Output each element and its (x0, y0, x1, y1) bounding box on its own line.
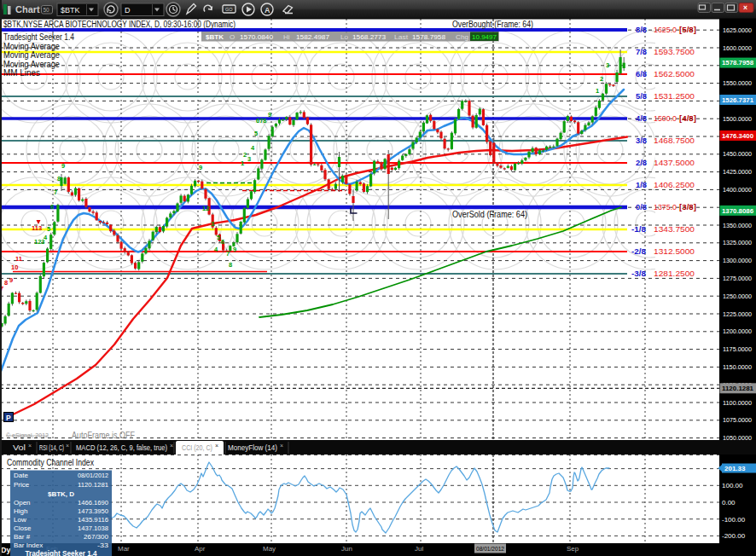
svg-text:08/01/2012: 08/01/2012 (78, 472, 108, 479)
svg-text:5: 5 (217, 234, 220, 241)
svg-text:12: 12 (202, 205, 209, 212)
svg-text:Low: Low (14, 516, 26, 524)
svg-text:1050.0000: 1050.0000 (723, 434, 752, 442)
svg-text:1100.0000: 1100.0000 (723, 399, 752, 407)
svg-text:0/8: 0/8 (636, 202, 647, 211)
svg-text:×: × (280, 443, 283, 449)
svg-text:Moving Average: Moving Average (3, 42, 60, 51)
svg-text:1312.5000: 1312.5000 (654, 246, 695, 256)
svg-text:7: 7 (226, 250, 230, 258)
svg-text:1450.0000: 1450.0000 (723, 150, 752, 158)
svg-text:1281.2500: 1281.2500 (654, 269, 695, 278)
svg-text:Tradesight Seeker 1.4: Tradesight Seeker 1.4 (3, 32, 74, 42)
svg-text:-2/8: -2/8 (631, 246, 646, 256)
svg-text:1075.0000: 1075.0000 (723, 416, 752, 424)
svg-text:10: 10 (11, 264, 18, 271)
svg-text:1370.8086: 1370.8086 (722, 207, 753, 215)
svg-text:1343.7500: 1343.7500 (654, 224, 695, 234)
svg-text:1437.5000: 1437.5000 (654, 158, 695, 167)
svg-text:0.00: 0.00 (722, 499, 736, 507)
svg-text:1: 1 (241, 159, 244, 167)
svg-text:7/8: 7/8 (636, 47, 647, 56)
svg-text:-200.00: -200.00 (722, 532, 746, 540)
svg-text:1468.7500: 1468.7500 (654, 136, 695, 145)
svg-text:7: 7 (54, 188, 57, 196)
svg-text:Tradesight Seeker 1.4: Tradesight Seeker 1.4 (26, 548, 98, 556)
svg-text:1600.0000: 1600.0000 (723, 44, 752, 52)
svg-text:4/8: 4/8 (636, 113, 647, 123)
svg-text:MM Lines: MM Lines (3, 68, 40, 78)
svg-text:1500.0: 1500.0 (654, 113, 677, 123)
svg-text:$BTK,NYSE ARCA BIOTECHNOLOGY I: $BTK,NYSE ARCA BIOTECHNOLOGY INDEX, D, 0… (3, 20, 236, 29)
svg-text:1500.0000: 1500.0000 (723, 115, 752, 123)
svg-text:3/8: 3/8 (636, 136, 647, 145)
svg-text:Price: Price (14, 481, 30, 489)
svg-text:Open: Open (14, 499, 31, 507)
svg-text:×: × (215, 443, 218, 449)
svg-text:1570.0840: 1570.0840 (240, 33, 274, 41)
svg-text:Date: Date (14, 472, 28, 479)
svg-text:-3/8: -3/8 (631, 269, 646, 278)
svg-text:9: 9 (61, 162, 65, 170)
svg-text:1562.5000: 1562.5000 (654, 69, 695, 78)
svg-text:1466.1690: 1466.1690 (78, 499, 109, 507)
svg-text:201.33: 201.33 (724, 465, 746, 472)
svg-text:1435.9116: 1435.9116 (78, 516, 109, 524)
svg-text:1437.1038: 1437.1038 (78, 524, 109, 532)
svg-text:Last: Last (394, 33, 409, 41)
svg-text:1120.1281: 1120.1281 (722, 385, 753, 392)
svg-text:Lo: Lo (340, 33, 348, 41)
svg-text:Mar: Mar (118, 545, 130, 553)
svg-text:1476.3400: 1476.3400 (722, 132, 753, 140)
svg-text:1406.2500: 1406.2500 (654, 180, 695, 189)
svg-text:[5/8]: [5/8] (679, 25, 696, 34)
svg-text:Hi: Hi (283, 33, 290, 41)
svg-text:1325.0000: 1325.0000 (723, 239, 752, 246)
svg-text:11: 11 (15, 255, 22, 263)
svg-text:© eSignal, 2012: © eSignal, 2012 (6, 432, 49, 439)
svg-text:Moving Average: Moving Average (3, 60, 60, 69)
svg-text:1: 1 (596, 87, 599, 95)
svg-text:113: 113 (32, 224, 42, 232)
svg-text:Apr: Apr (195, 545, 206, 553)
svg-text:08/01/2012: 08/01/2012 (476, 545, 504, 553)
svg-text:-33: -33 (97, 542, 109, 549)
svg-text:1625.0000: 1625.0000 (723, 26, 752, 34)
svg-text:A: A (265, 6, 270, 14)
svg-text:10.9497: 10.9497 (472, 33, 497, 41)
svg-text:-100.00: -100.00 (722, 516, 746, 524)
svg-text:1582.4987: 1582.4987 (296, 33, 330, 41)
svg-text:MoneyFlow (14): MoneyFlow (14) (228, 443, 277, 452)
svg-text:MACD (12, 26, C, 9, false, tru: MACD (12, 26, C, 9, false, true) (76, 443, 167, 452)
svg-text:AutoFrame is OFF: AutoFrame is OFF (72, 431, 135, 440)
svg-text:$BTK, D: $BTK, D (48, 490, 74, 498)
svg-text:$BTK: $BTK (61, 6, 80, 14)
svg-text:1350.0000: 1350.0000 (723, 222, 752, 229)
svg-text:May: May (263, 545, 276, 553)
svg-text:50: 50 (44, 7, 50, 13)
svg-text:2/8: 2/8 (636, 158, 647, 167)
svg-text:5: 5 (254, 130, 258, 137)
svg-text:8: 8 (229, 261, 232, 269)
svg-text:1200.0000: 1200.0000 (723, 327, 752, 335)
svg-text:3: 3 (211, 220, 214, 228)
svg-text:High: High (14, 507, 27, 515)
svg-text:6: 6 (50, 203, 54, 211)
svg-text:9: 9 (9, 276, 13, 284)
svg-text:9: 9 (199, 164, 202, 171)
svg-text:[4/8]: [4/8] (679, 113, 696, 123)
svg-text:1225.0000: 1225.0000 (723, 310, 752, 318)
svg-text:×: × (743, 3, 747, 12)
svg-text:1275.0000: 1275.0000 (723, 275, 752, 282)
svg-text:1425.0000: 1425.0000 (723, 168, 752, 176)
svg-text:1550.0000: 1550.0000 (723, 79, 752, 87)
svg-text:8: 8 (4, 279, 8, 287)
svg-text:-1/8: -1/8 (631, 224, 646, 234)
svg-text:5/8: 5/8 (636, 91, 647, 101)
svg-text:Close: Close (14, 524, 32, 532)
svg-text:Chg: Chg (456, 33, 468, 41)
svg-text:Commodity Channel Index: Commodity Channel Index (7, 458, 94, 467)
svg-text:1250.0000: 1250.0000 (723, 292, 752, 300)
svg-text:1175.0000: 1175.0000 (723, 345, 752, 353)
svg-text:1120.1281: 1120.1281 (78, 481, 109, 489)
